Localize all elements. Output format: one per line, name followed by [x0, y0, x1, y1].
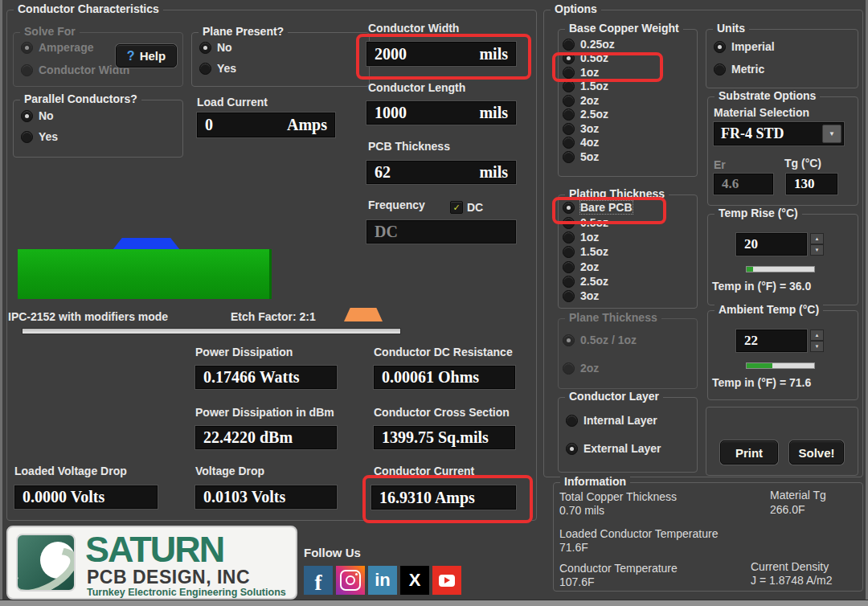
pcb-thickness-value: 62 [375, 163, 391, 182]
radio-bcw-1oz[interactable]: 1oz [563, 66, 599, 79]
radio-units-metric[interactable]: Metric [714, 63, 764, 76]
radio-internal-layer[interactable]: Internal Layer [566, 414, 657, 427]
facebook-glyph: f [315, 571, 322, 596]
radio-units-metric-label: Metric [731, 63, 764, 76]
radio-plane-present-yes[interactable]: Yes [199, 62, 236, 75]
conductor-width-input[interactable]: 2000 mils [366, 42, 516, 66]
radio-bcw-3oz[interactable]: 3oz [563, 122, 599, 135]
ambient-temp-value: 22 [744, 333, 758, 349]
conductor-dc-resistance-value: 0.00061 Ohms [382, 368, 479, 387]
ambient-temp-up-icon[interactable]: ▲ [810, 330, 824, 341]
load-current-input[interactable]: 0 Amps [197, 113, 335, 137]
youtube-icon[interactable] [432, 566, 461, 595]
radio-bcw-2oz[interactable]: 2oz [563, 94, 599, 107]
radio-units-metric-icon [714, 63, 726, 76]
radio-plane-present-no[interactable]: No [199, 41, 232, 54]
temp-rise-stepper[interactable]: ▲ ▼ [810, 233, 824, 256]
radio-plating-2oz[interactable]: 2oz [563, 260, 599, 273]
radio-bcw-4oz[interactable]: 4oz [563, 136, 599, 149]
radio-bcw-025oz[interactable]: 0.25oz [563, 38, 615, 51]
temp-rise-up-icon[interactable]: ▲ [810, 233, 824, 244]
radio-amperage[interactable]: Amperage [21, 41, 93, 54]
solve-for-title: Solve For [20, 25, 80, 38]
radio-bcw-1oz-icon [563, 67, 575, 79]
radio-plane-05oz-1oz-icon [563, 334, 575, 346]
dropdown-arrow-icon[interactable]: ▼ [822, 125, 841, 143]
print-button[interactable]: Print [720, 440, 778, 465]
radio-plane-2oz[interactable]: 2oz [563, 362, 599, 375]
er-input[interactable]: 4.6 [714, 174, 773, 194]
radio-plating-05oz-icon [563, 217, 575, 229]
solve-button-label: Solve! [798, 446, 834, 460]
radio-plating-15oz[interactable]: 1.5oz [563, 245, 608, 258]
temp-rise-down-icon[interactable]: ▼ [810, 244, 824, 256]
radio-plating-3oz[interactable]: 3oz [563, 289, 599, 302]
etch-factor-label: Etch Factor: 2:1 [231, 310, 316, 323]
radio-bcw-2oz-label: 2oz [580, 94, 599, 107]
dc-checkbox[interactable]: ✓ [450, 201, 463, 214]
power-dissipation-dbm-output: 22.4220 dBm [195, 426, 337, 449]
frequency-input[interactable]: DC [366, 220, 516, 244]
ambient-temp-down-icon[interactable]: ▼ [810, 341, 824, 352]
material-selection-dropdown[interactable]: FR-4 STD ▼ [714, 122, 844, 145]
temp-rise-input[interactable]: 20 [736, 233, 807, 256]
radio-plating-bare-pcb-label: Bare PCB [580, 201, 633, 214]
saturn-logo[interactable]: SATURN PCB DESIGN, INC Turnkey Electroni… [6, 526, 297, 600]
radio-plating-1oz[interactable]: 1oz [563, 231, 599, 244]
radio-plating-25oz-label: 2.5oz [580, 275, 608, 288]
power-dissipation-dbm-label: Power Dissipation in dBm [195, 406, 334, 419]
frequency-value: DC [375, 223, 398, 241]
temp-rise-value: 20 [744, 236, 758, 252]
radio-plane-present-no-label: No [217, 41, 232, 54]
power-dissipation-value: 0.17466 Watts [203, 368, 300, 387]
radio-bcw-5oz[interactable]: 5oz [563, 150, 599, 163]
radio-plating-05oz[interactable]: 0.5oz [563, 216, 608, 229]
ambient-temp-progress-fill [747, 363, 772, 368]
help-button[interactable]: ? Help [116, 44, 177, 68]
radio-external-layer[interactable]: External Layer [566, 442, 661, 455]
conductor-length-input[interactable]: 1000 mils [366, 101, 516, 125]
radio-parallel-yes[interactable]: Yes [21, 130, 58, 143]
conductor-length-label: Conductor Length [368, 81, 465, 94]
radio-plane-05oz-1oz[interactable]: 0.5oz / 1oz [563, 334, 637, 346]
parallel-conductors-group: Parallel Conductors? [13, 100, 183, 158]
frequency-label: Frequency [368, 199, 425, 211]
radio-bcw-1oz-label: 1oz [580, 66, 599, 79]
check-icon: ✓ [452, 203, 460, 213]
power-dissipation-dbm-value: 22.4220 dBm [203, 428, 293, 447]
instagram-icon[interactable] [336, 566, 365, 595]
radio-parallel-no[interactable]: No [21, 109, 54, 122]
radio-internal-layer-label: Internal Layer [583, 414, 657, 427]
conductor-cross-section-label: Conductor Cross Section [374, 406, 510, 419]
radio-bcw-05oz[interactable]: 0.5oz [563, 51, 608, 64]
radio-bcw-15oz[interactable]: 1.5oz [563, 80, 608, 92]
conductor-layer-title: Conductor Layer [565, 390, 663, 403]
logo-tagline-text: Turnkey Electronic Engineering Solutions [87, 587, 286, 598]
load-current-unit: Amps [287, 116, 327, 134]
radio-plane-2oz-icon [563, 362, 575, 375]
conductor-temperature-value: 107.6F [559, 575, 595, 588]
ambient-temp-input[interactable]: 22 [736, 330, 807, 352]
radio-plating-25oz[interactable]: 2.5oz [563, 275, 608, 288]
tg-input[interactable]: 130 [786, 174, 837, 194]
radio-plane-present-yes-icon [199, 63, 211, 75]
material-selection-value: FR-4 STD [721, 125, 784, 142]
radio-plating-bare-pcb[interactable]: Bare PCB [563, 201, 633, 214]
ambient-temp-stepper[interactable]: ▲ ▼ [810, 330, 824, 352]
radio-units-imperial[interactable]: Imperial [714, 40, 775, 53]
loaded-voltage-drop-label: Loaded Voltage Drop [14, 465, 127, 477]
radio-plating-25oz-icon [563, 276, 575, 288]
conductor-characteristics-title: Conductor Characteristics [14, 2, 163, 15]
ambient-temp-progress [746, 362, 815, 369]
radio-bcw-25oz[interactable]: 2.5oz [563, 108, 608, 121]
facebook-icon[interactable]: f [304, 566, 333, 595]
radio-bcw-05oz-label: 0.5oz [580, 51, 608, 64]
pcb-thickness-input[interactable]: 62 mils [366, 161, 516, 184]
x-twitter-icon[interactable]: X [400, 566, 429, 595]
radio-bcw-25oz-label: 2.5oz [580, 108, 608, 121]
radio-conductor-width[interactable]: Conductor Width [21, 63, 129, 76]
radio-plane-2oz-label: 2oz [580, 362, 599, 375]
solve-button[interactable]: Solve! [789, 440, 844, 465]
divider-slider-bar[interactable] [22, 328, 401, 334]
linkedin-icon[interactable]: in [368, 566, 397, 595]
